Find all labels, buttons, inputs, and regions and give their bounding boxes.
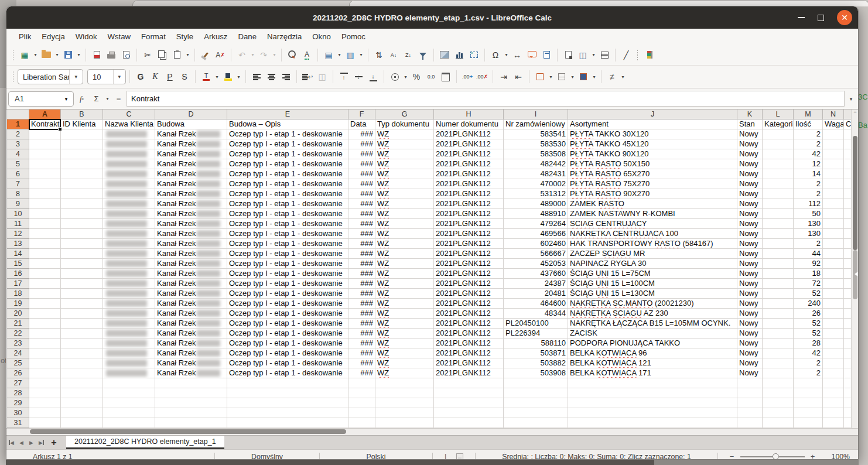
function-wizard-icon[interactable]: fx: [75, 92, 88, 106]
cell-D26[interactable]: Kanał Rzek: [155, 368, 227, 378]
cell-L30[interactable]: [763, 408, 794, 418]
cell-I25[interactable]: 503882: [504, 358, 568, 368]
cell-A28[interactable]: [29, 388, 61, 398]
cell-H20[interactable]: 2021PLGNK112: [434, 309, 504, 319]
cell-C11[interactable]: [103, 219, 155, 229]
cell-B10[interactable]: [61, 209, 103, 219]
menu-item-wstaw[interactable]: Wstaw: [102, 29, 136, 45]
cell-A24[interactable]: [29, 348, 61, 358]
cell-J4[interactable]: PŁYTA TAKKO 90X120: [568, 149, 737, 159]
cell-M3[interactable]: 2: [794, 139, 823, 149]
cell-A12[interactable]: [29, 229, 61, 239]
cell-N19[interactable]: [823, 299, 844, 309]
show-draw-functions-icon[interactable]: ╱: [619, 48, 633, 62]
select-all-corner[interactable]: [7, 110, 29, 119]
row-header-9[interactable]: 9: [7, 199, 29, 209]
cell-A7[interactable]: [29, 179, 61, 189]
cell-C22[interactable]: [103, 329, 155, 339]
cell-B31[interactable]: [61, 418, 103, 428]
cell-G21[interactable]: WZ: [375, 319, 434, 329]
italic-button[interactable]: K: [148, 70, 162, 84]
cell-A16[interactable]: [29, 269, 61, 279]
cell-A11[interactable]: [29, 219, 61, 229]
cell-L12[interactable]: [763, 229, 794, 239]
cell-F11[interactable]: ###: [348, 219, 375, 229]
column-header-D[interactable]: D: [155, 110, 227, 119]
conditional-formatting-dropdown[interactable]: ▾: [620, 70, 626, 84]
cell-K8[interactable]: Nowy: [737, 189, 763, 199]
menu-item-arkusz[interactable]: Arkusz: [199, 29, 233, 45]
cell-K16[interactable]: Nowy: [737, 269, 763, 279]
cell-C27[interactable]: [103, 378, 155, 388]
align-top-button[interactable]: ↑: [337, 70, 351, 84]
cell-G11[interactable]: WZ: [375, 219, 434, 229]
cell-C24[interactable]: [103, 348, 155, 358]
cell-M12[interactable]: 130: [794, 229, 823, 239]
cell-J31[interactable]: [568, 418, 737, 428]
date-format-button[interactable]: [439, 70, 453, 84]
cell-D17[interactable]: Kanał Rzek: [155, 279, 227, 289]
cell-N28[interactable]: [823, 388, 844, 398]
cell-J7[interactable]: PŁYTA RASTO 75X270: [568, 179, 737, 189]
cell-J19[interactable]: NAKRETKA SC.MANTO (20021230): [568, 299, 737, 309]
cell-N26[interactable]: [823, 368, 844, 378]
cell-F27[interactable]: [348, 378, 375, 388]
cell-H22[interactable]: 2021PLGNK112: [434, 329, 504, 339]
cell-H5[interactable]: 2021PLGNK112: [434, 159, 504, 169]
cell-N24[interactable]: [823, 348, 844, 358]
cell-C28[interactable]: [103, 388, 155, 398]
cell-L4[interactable]: [763, 149, 794, 159]
cell-M5[interactable]: 12: [794, 159, 823, 169]
cell-C25[interactable]: [103, 358, 155, 368]
row-header-25[interactable]: 25: [7, 358, 29, 368]
clear-formatting-icon[interactable]: A✗: [213, 48, 227, 62]
cell-E26[interactable]: Oczep typ I - etap 1 - deskowanie: [227, 368, 348, 378]
cell-L17[interactable]: [763, 279, 794, 289]
cell-I3[interactable]: 583530: [504, 139, 568, 149]
minimize-button[interactable]: [798, 17, 805, 18]
horizontal-scrollbar[interactable]: [6, 428, 858, 435]
next-sheet-button[interactable]: ▶: [26, 436, 36, 449]
cell-D21[interactable]: Kanał Rzek: [155, 319, 227, 329]
cell-E30[interactable]: [227, 408, 348, 418]
cell-E14[interactable]: Oczep typ I - etap 1 - deskowanie: [227, 249, 348, 259]
cell-B2[interactable]: [61, 129, 103, 139]
cell-H19[interactable]: 2021PLGNK112: [434, 299, 504, 309]
paste-dropdown[interactable]: ▾: [184, 48, 191, 62]
cell-A3[interactable]: [29, 139, 61, 149]
cell-A27[interactable]: [29, 378, 61, 388]
insert-image-icon[interactable]: [438, 48, 452, 62]
cell-K19[interactable]: Nowy: [737, 299, 763, 309]
sort-ascending-icon[interactable]: A↓: [387, 48, 401, 62]
cell-J5[interactable]: PŁYTA RASTO 50X150: [568, 159, 737, 169]
cell-E10[interactable]: Oczep typ I - etap 1 - deskowanie: [227, 209, 348, 219]
cell-N15[interactable]: [823, 259, 844, 269]
cell-D5[interactable]: Kanał Rzek: [155, 159, 227, 169]
cell-I8[interactable]: 531312: [504, 189, 568, 199]
cell-B14[interactable]: [61, 249, 103, 259]
row-header-5[interactable]: 5: [7, 159, 29, 169]
cell-E3[interactable]: Oczep typ I - etap 1 - deskowanie: [227, 139, 348, 149]
cell-C9[interactable]: [103, 199, 155, 209]
cell-C19[interactable]: [103, 299, 155, 309]
cell-D1[interactable]: Budowa: [155, 119, 227, 129]
cell-G10[interactable]: WZ: [375, 209, 434, 219]
cell-F21[interactable]: ###: [348, 319, 375, 329]
insert-columns-icon[interactable]: ▥: [343, 48, 357, 62]
cell-M27[interactable]: [794, 378, 823, 388]
row-header-19[interactable]: 19: [7, 299, 29, 309]
cell-K10[interactable]: Nowy: [737, 209, 763, 219]
cell-H7[interactable]: 2021PLGNK112: [434, 179, 504, 189]
cell-K25[interactable]: Nowy: [737, 358, 763, 368]
cell-J9[interactable]: ZAMEK RASTO: [568, 199, 737, 209]
menu-item-pomoc[interactable]: Pomoc: [336, 29, 371, 45]
cell-K24[interactable]: Nowy: [737, 348, 763, 358]
cell-N13[interactable]: [823, 239, 844, 249]
cell-C16[interactable]: [103, 269, 155, 279]
cell-L24[interactable]: [763, 348, 794, 358]
cell-D29[interactable]: [155, 398, 227, 408]
cell-M10[interactable]: 50: [794, 209, 823, 219]
cell-A10[interactable]: [29, 209, 61, 219]
find-replace-icon[interactable]: [285, 48, 299, 62]
row-header-21[interactable]: 21: [7, 319, 29, 329]
